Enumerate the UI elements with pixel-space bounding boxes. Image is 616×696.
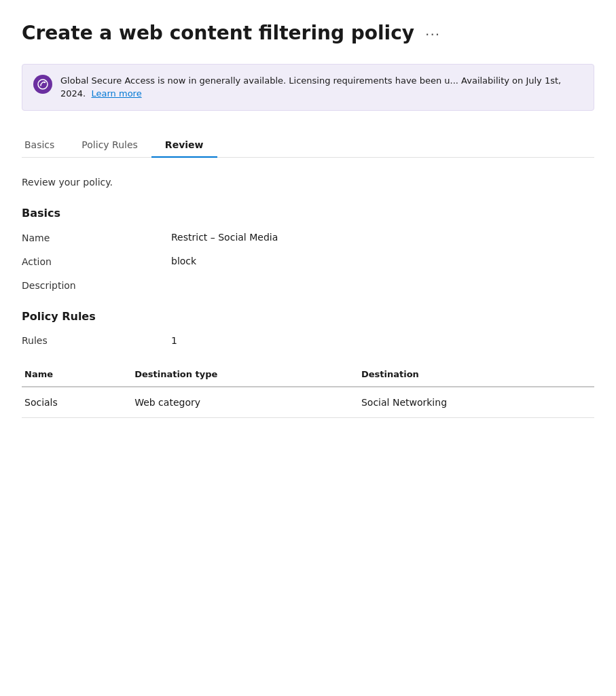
description-label: Description: [22, 279, 171, 291]
row-destination: Social Networking: [361, 387, 594, 418]
basics-section: Basics Name Restrict – Social Media Acti…: [22, 207, 594, 291]
policy-rules-section: Policy Rules Rules 1 Name Destination ty…: [22, 310, 594, 418]
info-banner: Global Secure Access is now in generally…: [22, 64, 594, 111]
description-field-row: Description: [22, 279, 594, 291]
page-header: Create a web content filtering policy ··…: [22, 22, 594, 45]
learn-more-link[interactable]: Learn more: [92, 88, 142, 99]
row-name: Socials: [22, 387, 134, 418]
tab-policy-rules[interactable]: Policy Rules: [68, 133, 151, 157]
rules-count-value: 1: [171, 335, 177, 346]
banner-icon: [33, 75, 52, 94]
tab-bar: Basics Policy Rules Review: [22, 133, 594, 158]
policy-rules-section-title: Policy Rules: [22, 310, 594, 323]
name-label: Name: [22, 232, 171, 243]
rules-count-row: Rules 1: [22, 335, 594, 346]
svg-point-0: [38, 80, 48, 89]
col-header-name: Name: [22, 362, 134, 387]
action-value: block: [171, 256, 196, 266]
row-destination-type: Web category: [134, 387, 361, 418]
tab-basics[interactable]: Basics: [22, 133, 68, 157]
name-value: Restrict – Social Media: [171, 232, 278, 243]
tab-review[interactable]: Review: [151, 133, 217, 157]
col-header-destination-type: Destination type: [134, 362, 361, 387]
action-label: Action: [22, 256, 171, 267]
name-field-row: Name Restrict – Social Media: [22, 232, 594, 243]
col-header-destination: Destination: [361, 362, 594, 387]
policy-rules-table: Name Destination type Destination Social…: [22, 362, 594, 418]
basics-section-title: Basics: [22, 207, 594, 220]
svg-point-1: [44, 81, 46, 82]
banner-text: Global Secure Access is now in generally…: [60, 74, 583, 101]
review-description: Review your policy.: [22, 177, 594, 188]
table-row: Socials Web category Social Networking: [22, 387, 594, 418]
page-title: Create a web content filtering policy: [22, 22, 414, 45]
action-field-row: Action block: [22, 256, 594, 267]
rules-label: Rules: [22, 335, 171, 346]
more-options-icon[interactable]: ···: [425, 27, 440, 43]
